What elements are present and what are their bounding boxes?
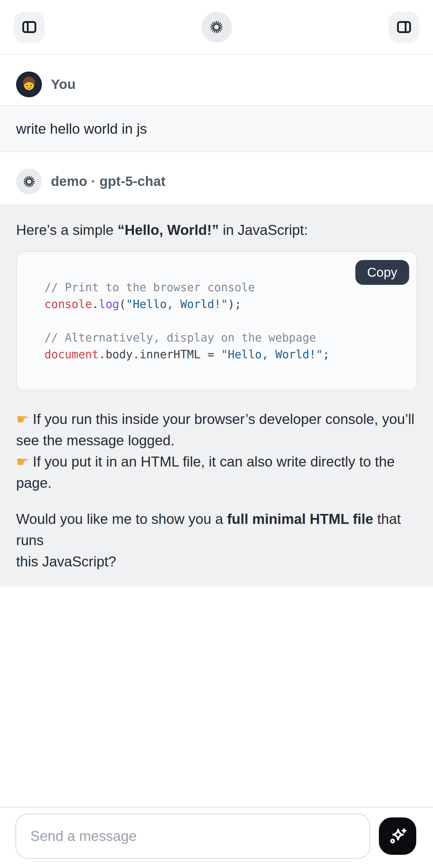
sidebar-toggle-button[interactable] [14,12,44,42]
assistant-message: demo · gpt-5-chat Here’s a simple “Hello… [0,168,433,586]
send-button[interactable] [379,817,416,855]
assistant-tips-paragraph: ☛ If you run this inside your browser’s … [16,408,417,494]
chat-app: You write hello world in js demo · gpt-5… [0,0,433,868]
user-author-label: You [51,77,76,92]
composer [0,807,433,868]
user-message: You write hello world in js [0,71,433,152]
code-block: Copy // Print to the browser consolecons… [16,251,417,391]
panel-right-icon [395,19,413,36]
starburst-icon [210,21,223,33]
assistant-question-paragraph: Would you like me to show you a full min… [16,508,417,572]
conversation: You write hello world in js demo · gpt-5… [0,71,433,586]
user-message-text: write hello world in js [16,121,147,137]
top-bar [0,0,433,55]
message-input[interactable] [30,828,355,844]
right-panel-toggle-button[interactable] [389,12,419,42]
assistant-intro-paragraph: Here’s a simple “Hello, World!” in JavaS… [16,219,417,241]
assistant-message-header: demo · gpt-5-chat [16,168,433,194]
sparkles-icon [387,826,408,847]
copy-code-button[interactable]: Copy [355,260,409,285]
model-logo-button[interactable] [202,12,232,42]
code-content: // Print to the browser consoleconsole.l… [44,279,403,363]
message-input-container [16,813,370,859]
child-person-icon [16,71,42,97]
user-message-header: You [16,71,433,97]
assistant-author-label: demo · gpt-5-chat [51,174,165,189]
panel-left-icon [21,19,38,36]
pointing-right-emoji: ☛ [16,411,29,427]
user-message-bubble: write hello world in js [0,105,433,152]
assistant-message-body: Here’s a simple “Hello, World!” in JavaS… [0,204,433,586]
pointing-right-emoji: ☛ [16,453,29,470]
starburst-icon [23,176,35,188]
assistant-avatar [16,168,42,194]
user-avatar [16,71,42,97]
